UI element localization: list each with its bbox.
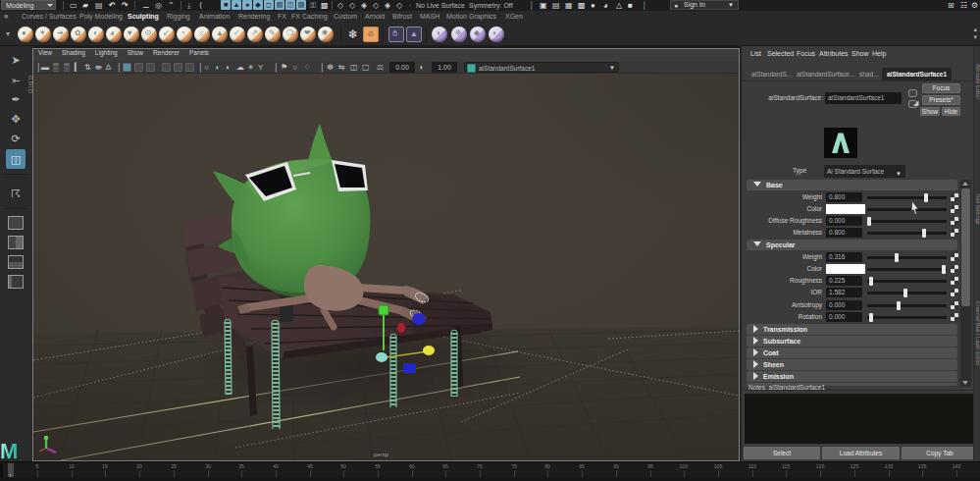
svg-text:persp: persp [374, 452, 389, 457]
